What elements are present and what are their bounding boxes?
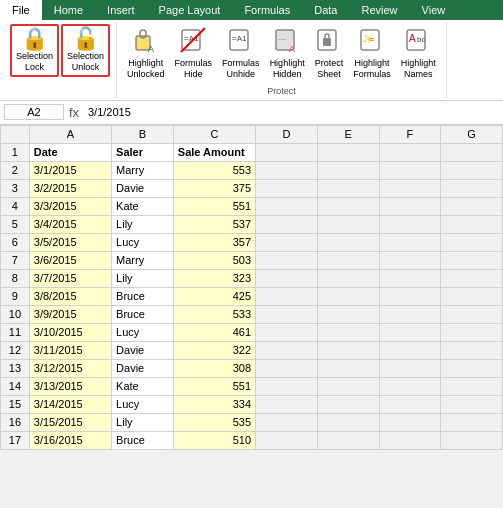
cell-empty-d[interactable] (256, 359, 318, 377)
cell-empty-g[interactable] (441, 233, 503, 251)
cell-saler[interactable]: Kate (112, 197, 174, 215)
cell-empty-d[interactable] (256, 305, 318, 323)
header-saler[interactable]: Saler (112, 143, 174, 161)
highlight-hidden-button[interactable]: --- A HighlightHidden (266, 24, 309, 82)
cell-saler[interactable]: Lily (112, 413, 174, 431)
cell-saler[interactable]: Davie (112, 359, 174, 377)
tab-insert[interactable]: Insert (95, 0, 147, 20)
cell-empty-d[interactable] (256, 197, 318, 215)
highlight-formulas-button[interactable]: ✨ = HighlightFormulas (349, 24, 395, 82)
cell-empty-e[interactable] (317, 161, 379, 179)
cell-empty-e[interactable] (317, 197, 379, 215)
cell-empty-g[interactable] (441, 143, 503, 161)
row-header[interactable]: 16 (1, 413, 30, 431)
cell-empty-g[interactable] (441, 323, 503, 341)
cell-amount[interactable]: 533 (173, 305, 255, 323)
cell-empty-f[interactable] (379, 377, 441, 395)
cell-date[interactable]: 3/9/2015 (29, 305, 111, 323)
formulas-hide-button[interactable]: =A1 FormulasHide (171, 24, 217, 82)
protect-sheet-button[interactable]: ProtectSheet (311, 24, 348, 82)
cell-empty-d[interactable] (256, 395, 318, 413)
selection-lock-button[interactable]: 🔒 SelectionLock (10, 24, 59, 77)
row-header[interactable]: 1 (1, 143, 30, 161)
row-header[interactable]: 14 (1, 377, 30, 395)
cell-empty-d[interactable] (256, 215, 318, 233)
cell-date[interactable]: 3/6/2015 (29, 251, 111, 269)
row-header[interactable]: 17 (1, 431, 30, 449)
formulas-unhide-button[interactable]: =A1 FormulasUnhide (218, 24, 264, 82)
tab-home[interactable]: Home (42, 0, 95, 20)
cell-date[interactable]: 3/4/2015 (29, 215, 111, 233)
cell-saler[interactable]: Marry (112, 161, 174, 179)
cell-empty-e[interactable] (317, 287, 379, 305)
row-header[interactable]: 11 (1, 323, 30, 341)
cell-empty-e[interactable] (317, 251, 379, 269)
row-header[interactable]: 4 (1, 197, 30, 215)
cell-amount[interactable]: 551 (173, 197, 255, 215)
selection-unlock-button[interactable]: 🔓 SelectionUnlock (61, 24, 110, 77)
cell-date[interactable]: 3/2/2015 (29, 179, 111, 197)
cell-amount[interactable]: 375 (173, 179, 255, 197)
cell-empty-e[interactable] (317, 395, 379, 413)
cell-amount[interactable]: 334 (173, 395, 255, 413)
header-date[interactable]: Date (29, 143, 111, 161)
cell-empty-g[interactable] (441, 359, 503, 377)
cell-date[interactable]: 3/11/2015 (29, 341, 111, 359)
cell-date[interactable]: 3/1/2015 (29, 161, 111, 179)
highlight-unlocked-button[interactable]: A HighlightUnlocked (123, 24, 169, 82)
tab-page-layout[interactable]: Page Layout (147, 0, 233, 20)
row-header[interactable]: 3 (1, 179, 30, 197)
cell-date[interactable]: 3/7/2015 (29, 269, 111, 287)
cell-empty-g[interactable] (441, 431, 503, 449)
cell-saler[interactable]: Lucy (112, 323, 174, 341)
highlight-names-button[interactable]: A bc HighlightNames (397, 24, 440, 82)
cell-amount[interactable]: 503 (173, 251, 255, 269)
cell-empty-e[interactable] (317, 377, 379, 395)
cell-amount[interactable]: 308 (173, 359, 255, 377)
cell-empty-e[interactable] (317, 233, 379, 251)
cell-empty-d[interactable] (256, 287, 318, 305)
cell-empty-f[interactable] (379, 359, 441, 377)
cell-empty-g[interactable] (441, 287, 503, 305)
cell-empty-e[interactable] (317, 305, 379, 323)
cell-saler[interactable]: Marry (112, 251, 174, 269)
cell-empty-g[interactable] (441, 269, 503, 287)
tab-formulas[interactable]: Formulas (232, 0, 302, 20)
cell-empty-d[interactable] (256, 179, 318, 197)
cell-empty-e[interactable] (317, 269, 379, 287)
cell-empty-e[interactable] (317, 431, 379, 449)
cell-amount[interactable]: 323 (173, 269, 255, 287)
cell-saler[interactable]: Bruce (112, 287, 174, 305)
col-d-header[interactable]: D (256, 125, 318, 143)
col-f-header[interactable]: F (379, 125, 441, 143)
row-header[interactable]: 13 (1, 359, 30, 377)
cell-amount[interactable]: 535 (173, 413, 255, 431)
col-g-header[interactable]: G (441, 125, 503, 143)
formula-input[interactable] (84, 106, 499, 118)
cell-empty-f[interactable] (379, 251, 441, 269)
cell-amount[interactable]: 537 (173, 215, 255, 233)
cell-empty-f[interactable] (379, 413, 441, 431)
cell-empty-g[interactable] (441, 161, 503, 179)
cell-empty-g[interactable] (441, 377, 503, 395)
row-header[interactable]: 8 (1, 269, 30, 287)
row-header[interactable]: 15 (1, 395, 30, 413)
cell-date[interactable]: 3/12/2015 (29, 359, 111, 377)
cell-empty-d[interactable] (256, 341, 318, 359)
cell-amount[interactable]: 553 (173, 161, 255, 179)
cell-empty-d[interactable] (256, 143, 318, 161)
cell-empty-g[interactable] (441, 215, 503, 233)
cell-empty-e[interactable] (317, 359, 379, 377)
cell-empty-f[interactable] (379, 341, 441, 359)
cell-empty-g[interactable] (441, 305, 503, 323)
cell-empty-e[interactable] (317, 215, 379, 233)
header-amount[interactable]: Sale Amount (173, 143, 255, 161)
cell-empty-f[interactable] (379, 143, 441, 161)
tab-data[interactable]: Data (302, 0, 349, 20)
cell-empty-d[interactable] (256, 377, 318, 395)
cell-amount[interactable]: 322 (173, 341, 255, 359)
row-header[interactable]: 10 (1, 305, 30, 323)
cell-empty-d[interactable] (256, 233, 318, 251)
cell-amount[interactable]: 461 (173, 323, 255, 341)
cell-empty-g[interactable] (441, 413, 503, 431)
